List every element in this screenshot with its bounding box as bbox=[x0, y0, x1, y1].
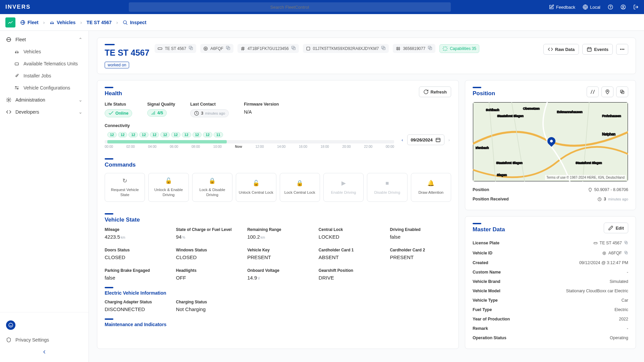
locale-select[interactable]: Local bbox=[583, 4, 600, 10]
svg-point-33 bbox=[622, 49, 623, 50]
copy-icon[interactable] bbox=[624, 250, 628, 256]
svg-text:Siegen: Siegen bbox=[497, 173, 507, 177]
help-icon[interactable] bbox=[608, 4, 613, 10]
crumb-inspect[interactable]: Inspect bbox=[122, 20, 146, 25]
map-route-button[interactable] bbox=[587, 86, 599, 97]
command-label: Enable Driving bbox=[331, 190, 356, 195]
badge-unit: minutes ago bbox=[205, 111, 225, 115]
command-icon: 🔓 bbox=[165, 177, 172, 185]
command-button[interactable]: 🔒Lock & Disable Driving bbox=[192, 173, 232, 202]
car-icon bbox=[49, 20, 55, 25]
copy-icon[interactable] bbox=[291, 45, 296, 52]
refresh-button[interactable]: Refresh bbox=[419, 86, 451, 97]
vstate-label: Driving Enabled bbox=[390, 227, 451, 232]
section-commands-title: Commands bbox=[105, 162, 451, 168]
vstate-value: CLOSED bbox=[105, 254, 166, 260]
support-fab[interactable] bbox=[6, 320, 15, 330]
svg-text:Staatsforst Siegen: Staatsforst Siegen bbox=[497, 114, 524, 117]
code-icon bbox=[548, 47, 553, 52]
sidebar-item-admin[interactable]: Administration ⌄ bbox=[0, 94, 89, 106]
user-icon[interactable] bbox=[621, 4, 626, 10]
command-button[interactable]: ↻Request Vehicle State bbox=[105, 173, 145, 202]
logout-icon[interactable] bbox=[633, 4, 639, 10]
chevron-down-icon: ⌄ bbox=[78, 109, 83, 115]
crumb-label: Fleet bbox=[28, 20, 39, 25]
command-button[interactable]: 🔔Draw Attention bbox=[411, 173, 451, 202]
timeline-date-picker[interactable]: 09/26/2024 bbox=[407, 134, 444, 145]
sidebar-item-devs[interactable]: Developers ⌄ bbox=[0, 106, 89, 118]
master-row: Vehicle TypeCar bbox=[473, 296, 628, 305]
chip-text: A6FQF bbox=[210, 46, 223, 51]
accent-bar bbox=[105, 87, 113, 88]
crumb-label: Vehicles bbox=[57, 20, 75, 25]
timeline-pill: 12 bbox=[193, 132, 202, 137]
accent-bar bbox=[473, 87, 481, 88]
svg-rect-31 bbox=[587, 48, 591, 51]
button-label: Refresh bbox=[431, 89, 447, 95]
sidebar-item-label: Installer Jobs bbox=[23, 73, 51, 78]
svg-point-20 bbox=[204, 47, 208, 50]
command-button[interactable]: 🔓Unlock Central Lock bbox=[236, 173, 276, 202]
events-button[interactable]: Events bbox=[582, 44, 613, 55]
refresh-icon bbox=[423, 89, 429, 95]
timeline-pill: 12 bbox=[128, 132, 138, 137]
sidebar-item-label: Fleet bbox=[15, 37, 26, 42]
crumb-vehicles[interactable]: Vehicles bbox=[49, 20, 75, 25]
feedback-link[interactable]: Feedback bbox=[549, 4, 575, 10]
sidebar-item-vconfig[interactable]: Vehicle Configurations bbox=[0, 82, 89, 94]
ev-label: Charging Adapter Status bbox=[105, 300, 166, 304]
section-position-title: Position bbox=[473, 90, 495, 97]
more-button[interactable] bbox=[616, 44, 628, 55]
edit-button[interactable]: Edit bbox=[604, 223, 628, 233]
timeline-pill: 12 bbox=[139, 132, 149, 137]
copy-icon[interactable] bbox=[188, 45, 194, 52]
last-contact-badge: 3minutes ago bbox=[190, 109, 229, 117]
timeline-pill: 12 bbox=[150, 132, 159, 137]
section-master-title: Master Data bbox=[473, 226, 505, 233]
copy-icon[interactable] bbox=[624, 240, 628, 246]
timeline-hour-label: 02:00 bbox=[126, 145, 135, 148]
vstate-label: Doors Status bbox=[105, 248, 166, 252]
number-icon bbox=[395, 46, 401, 51]
crumb-vehicle-id[interactable]: TE ST 4567 bbox=[87, 20, 112, 25]
map[interactable]: Sohlbach Staatsforst Siegen Obersetzen E… bbox=[473, 102, 628, 182]
sidebar-item-installer[interactable]: Installer Jobs bbox=[0, 70, 89, 82]
sidebar-item-fleet[interactable]: Fleet ⌃ bbox=[0, 34, 89, 46]
sidebar-item-vehicles[interactable]: Vehicles bbox=[0, 46, 89, 58]
timeline-pill: 12 bbox=[182, 132, 191, 137]
timeline-hour-label: 06:00 bbox=[170, 145, 178, 148]
master-row: Year of Production2022 bbox=[473, 314, 628, 324]
command-label: Draw Attention bbox=[418, 190, 443, 195]
connectivity-timeline[interactable]: 1212121212121212121211 00:0002:0004:0006… bbox=[105, 131, 394, 148]
svg-rect-36 bbox=[436, 138, 440, 142]
copy-icon[interactable] bbox=[225, 45, 231, 52]
sidebar-item-label: Developers bbox=[15, 109, 39, 115]
chip-qnr: 01J7K5TTKMS9XD92RA8XJDYKM7 bbox=[303, 44, 389, 53]
copy-icon[interactable] bbox=[427, 45, 433, 52]
map-center-button[interactable] bbox=[601, 86, 613, 97]
master-key: Created bbox=[473, 260, 488, 265]
signal-badge: 4/5 bbox=[147, 109, 167, 117]
search-input[interactable] bbox=[129, 2, 451, 12]
vstate-item: Cardholder Card 1ABSENT bbox=[319, 248, 380, 260]
timeline-prev[interactable]: ‹ bbox=[400, 136, 404, 144]
map-copy-button[interactable] bbox=[616, 86, 628, 97]
main-content: TE ST 4567 TE ST 4567 A6FQF 4T1BF1FK7GU1… bbox=[89, 31, 644, 362]
command-button[interactable]: 🔒Lock Central Lock bbox=[280, 173, 320, 202]
crumb-fleet[interactable]: Fleet bbox=[20, 20, 39, 25]
raw-data-button[interactable]: Raw Data bbox=[543, 44, 579, 55]
chip-capabilities[interactable]: Capabilities 35 bbox=[439, 44, 479, 53]
timeline-pill: 12 bbox=[171, 132, 180, 137]
copy-icon[interactable] bbox=[381, 45, 386, 52]
sidebar-item-privacy[interactable]: Privacy Settings bbox=[0, 334, 89, 346]
sidebar-item-atu[interactable]: Available Telematics Units bbox=[0, 58, 89, 70]
sidebar-collapse[interactable] bbox=[0, 346, 89, 358]
command-label: Unlock & Enable Driving bbox=[151, 187, 186, 197]
command-icon: 🔓 bbox=[253, 180, 260, 187]
globe-icon bbox=[6, 37, 11, 42]
timeline-hour-label: 12:00 bbox=[255, 145, 264, 148]
master-key: Custom Name bbox=[473, 270, 501, 275]
command-button[interactable]: 🔓Unlock & Enable Driving bbox=[148, 173, 189, 202]
vstate-value: false bbox=[390, 234, 451, 240]
master-row: License PlateTE ST 4567 bbox=[473, 238, 628, 248]
